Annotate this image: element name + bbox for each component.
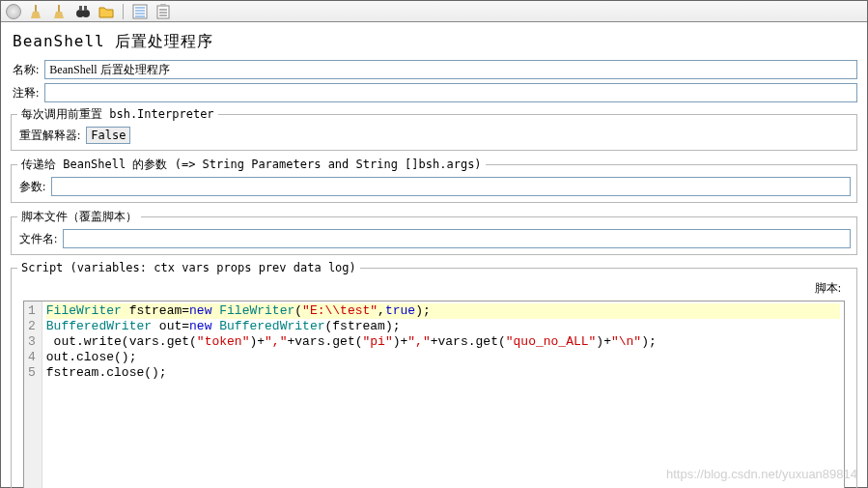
- broom-icon[interactable]: [28, 3, 45, 20]
- comment-label: 注释:: [11, 85, 41, 101]
- name-input[interactable]: [44, 60, 857, 79]
- svg-rect-12: [160, 4, 166, 7]
- reset-interpreter-group: 每次调用前重置 bsh.Interpreter 重置解释器: False: [11, 106, 857, 151]
- comment-input[interactable]: [44, 83, 857, 102]
- parameters-group: 传递给 BeanShell 的参数 (=> String Parameters …: [11, 157, 857, 203]
- svg-rect-0: [35, 5, 37, 12]
- window-control-icon[interactable]: [5, 3, 22, 20]
- file-label: 文件名:: [17, 231, 59, 247]
- broom-icon[interactable]: [51, 3, 69, 20]
- code-line: BufferedWriter out=new BufferedWriter(fs…: [46, 319, 401, 333]
- code-line: out.write(vars.get("token")+","+vars.get…: [46, 334, 657, 349]
- svg-rect-1: [58, 5, 60, 12]
- params-legend: 传递给 BeanShell 的参数 (=> String Parameters …: [17, 157, 486, 173]
- code-line: FileWriter fstream=new FileWriter("E:\\t…: [46, 303, 840, 319]
- svg-point-3: [82, 10, 90, 17]
- reset-label: 重置解释器:: [17, 128, 82, 144]
- name-label: 名称:: [11, 62, 41, 78]
- params-label: 参数:: [17, 179, 47, 195]
- watermark: https://blog.csdn.net/yuxuan89814: [666, 467, 857, 481]
- script-side-label: 脚本:: [815, 280, 841, 297]
- reset-value[interactable]: False: [86, 127, 130, 144]
- toolbar-separator: [123, 4, 124, 19]
- script-file-group: 脚本文件（覆盖脚本） 文件名:: [11, 209, 857, 255]
- params-input[interactable]: [51, 177, 851, 196]
- editor-code[interactable]: FileWriter fstream=new FileWriter("E:\\t…: [42, 301, 844, 488]
- file-legend: 脚本文件（覆盖脚本）: [17, 209, 141, 225]
- file-input[interactable]: [63, 229, 851, 248]
- clipboard-icon[interactable]: [154, 3, 172, 20]
- toolbar: [1, 1, 867, 22]
- code-line: out.close();: [46, 350, 137, 364]
- svg-rect-5: [84, 6, 87, 11]
- script-legend: Script (variables: ctx vars props prev d…: [17, 261, 360, 274]
- page-title: BeanShell 后置处理程序: [11, 28, 857, 60]
- code-line: fstream.close();: [46, 365, 167, 380]
- editor-gutter: 12345: [24, 301, 42, 488]
- code-editor[interactable]: 12345 FileWriter fstream=new FileWriter(…: [23, 301, 845, 488]
- folder-icon[interactable]: [98, 3, 115, 20]
- binoculars-icon[interactable]: [74, 3, 92, 20]
- list-icon[interactable]: [131, 3, 149, 20]
- script-group: Script (variables: ctx vars props prev d…: [11, 261, 857, 488]
- svg-rect-4: [79, 6, 82, 11]
- reset-legend: 每次调用前重置 bsh.Interpreter: [17, 106, 218, 123]
